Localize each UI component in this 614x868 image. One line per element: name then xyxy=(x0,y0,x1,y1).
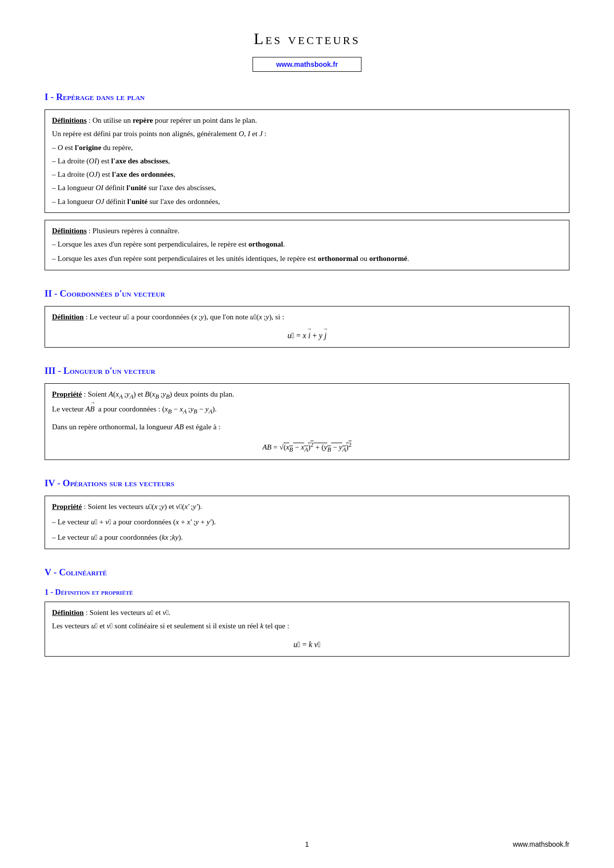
section-II-formula: u⃗ = x i→ + y j→ xyxy=(52,330,562,342)
section-I-box2: Définitions : Plusieurs repères à connaî… xyxy=(45,220,569,270)
section-III-box: Propriété : Soient A(xA ;yA) et B(xB ;yB… xyxy=(45,383,569,460)
section-I-box1-line0: Définitions : On utilise un repère pour … xyxy=(52,115,562,126)
section-III-label: Propriété xyxy=(52,390,82,398)
section-I-box2-line0: Définitions : Plusieurs repères à connaî… xyxy=(52,225,562,237)
section-IV-box: Propriété : Soient les vecteurs u⃗(x ;y)… xyxy=(45,496,569,549)
footer-right: www.mathsbook.fr xyxy=(513,840,569,848)
section-I-box1-line6: – La longueur OJ définit l'unité sur l'a… xyxy=(52,196,562,207)
section-IV-box-line1: – Le vecteur u⃗ + v⃗ a pour coordonnées … xyxy=(52,516,562,528)
section-I: I - Repérage dans le plan Définitions : … xyxy=(45,92,569,270)
section-I-box1-line5: – La longueur OI définit l'unité sur l'a… xyxy=(52,182,562,194)
section-III: III - Longueur d'un vecteur Propriété : … xyxy=(45,365,569,460)
section-V-box: Définition : Soient les vecteurs u⃗ et v… xyxy=(45,602,569,657)
section-III-box-intro: Propriété : Soient A(xA ;yA) et B(xB ;yB… xyxy=(52,389,562,402)
section-V-label: Définition xyxy=(52,609,84,616)
section-III-box-line1: Le vecteur AB→ a pour coordonnées : (xB … xyxy=(52,404,562,416)
section-II-box-intro: Définition : Le vecteur u⃗ a pour coordo… xyxy=(52,311,562,323)
website-box: www.mathsbook.fr xyxy=(253,57,361,72)
section-II-box: Définition : Le vecteur u⃗ a pour coordo… xyxy=(45,306,569,348)
section-V: V - Colinéarité 1 - Définition et propri… xyxy=(45,567,569,657)
section-I-box1-label: Définitions xyxy=(52,116,87,124)
section-II-label: Définition xyxy=(52,313,84,321)
section-V-sub1-heading: 1 - Définition et propriété xyxy=(45,588,569,597)
section-IV-box-line2: – Le vecteur u⃗ a pour coordonnées (kx ;… xyxy=(52,532,562,543)
section-V-box-intro: Définition : Soient les vecteurs u⃗ et v… xyxy=(52,607,562,618)
section-V-formula: u⃗ = k v⃗ xyxy=(52,639,562,651)
section-I-box1-intro: : On utilise un repère pour repérer un p… xyxy=(87,116,257,124)
section-I-box1-line1: Un repère est défini par trois points no… xyxy=(52,128,562,140)
footer-page-number: 1 xyxy=(305,840,309,848)
section-IV-heading: IV - Opérations sur les vecteurs xyxy=(45,478,569,489)
section-V-box-line1: Les vecteurs u⃗ et v⃗ sont colinéaire si… xyxy=(52,620,562,632)
section-IV-label: Propriété xyxy=(52,503,82,511)
section-III-formula: AB = √(xB − xA)2 + (yB − yA)2 xyxy=(52,440,562,455)
section-II: II - Coordonnées d'un vecteur Définition… xyxy=(45,288,569,348)
section-I-box1-line4: – La droite (OJ) est l'axe des ordonnées… xyxy=(52,169,562,180)
section-I-box2-line2: – Lorsque les axes d'un repère sont perp… xyxy=(52,253,562,264)
page-title: Les vecteurs xyxy=(45,30,569,48)
section-IV-box-intro: Propriété : Soient les vecteurs u⃗(x ;y)… xyxy=(52,501,562,512)
section-I-box1-line2: – O est l'origine du repère, xyxy=(52,142,562,153)
section-I-box1: Définitions : On utilise un repère pour … xyxy=(45,109,569,213)
section-II-heading: II - Coordonnées d'un vecteur xyxy=(45,288,569,299)
section-III-heading: III - Longueur d'un vecteur xyxy=(45,365,569,376)
section-I-box1-line3: – La droite (OI) est l'axe des abscisses… xyxy=(52,155,562,167)
section-I-box2-line1: – Lorsque les axes d'un repère sont perp… xyxy=(52,239,562,250)
section-III-box-line2: Dans un repère orthonormal, la longueur … xyxy=(52,421,562,433)
section-I-box2-label: Définitions xyxy=(52,227,87,235)
section-V-heading: V - Colinéarité xyxy=(45,567,569,578)
section-IV: IV - Opérations sur les vecteurs Proprié… xyxy=(45,478,569,549)
section-I-heading: I - Repérage dans le plan xyxy=(45,92,569,102)
